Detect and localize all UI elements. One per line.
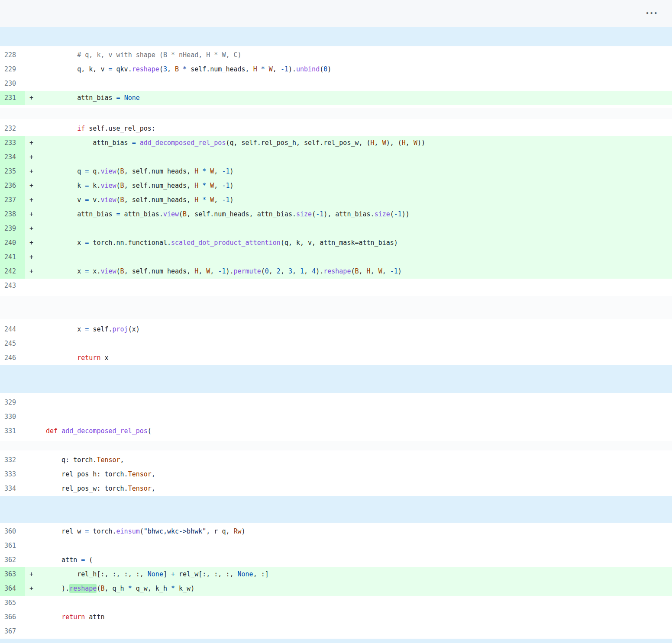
code-token: H: [194, 267, 198, 275]
code-token: -1: [222, 196, 229, 204]
line-number[interactable]: 245: [0, 337, 25, 351]
line-number[interactable]: 366: [0, 610, 25, 624]
line-number[interactable]: 246: [0, 351, 25, 365]
code-token: 1: [300, 267, 304, 275]
code-token: self.: [89, 325, 112, 333]
diff-row-added: 363+ rel_h[:, :, :, :, None] + rel_w[:, …: [0, 567, 672, 582]
expand-hunk-row[interactable]: [0, 365, 672, 393]
diff-row: 243: [0, 279, 672, 293]
line-number[interactable]: 236: [0, 179, 25, 193]
diff-row-added: 233+ attn_bias = add_decomposed_rel_pos(…: [0, 136, 672, 150]
code-line: rel_h[:, :, :, :, None] + rel_w[:, :, :,…: [46, 567, 672, 582]
code-token: -1: [281, 65, 288, 73]
code-token: x: [100, 354, 108, 362]
line-number[interactable]: 237: [0, 193, 25, 207]
diff-row: 245: [0, 337, 672, 351]
diff-marker: [25, 539, 46, 553]
line-number[interactable]: 331: [0, 424, 25, 438]
code-line: q, k, v = qkv.reshape(3, B * self.num_he…: [46, 62, 672, 77]
code-token: (: [261, 267, 265, 275]
diff-marker: [25, 77, 46, 91]
code-token: , self.num_heads, attn_bias.: [187, 210, 296, 218]
code-token: 0: [323, 65, 327, 73]
diff-row-added: 238+ attn_bias = attn_bias.view(B, self.…: [0, 207, 672, 222]
diff-row: 334 rel_pos_w: torch.Tensor,: [0, 482, 672, 496]
code-token: H: [402, 139, 406, 147]
code-token: (: [116, 267, 120, 275]
code-token: scaled_dot_product_attention: [171, 239, 281, 247]
diff-row-added: 234+: [0, 150, 672, 164]
code-token: None: [238, 570, 253, 578]
line-number[interactable]: 334: [0, 482, 25, 496]
collapsed-lines-spacer: [0, 441, 672, 450]
code-token: ).: [226, 267, 233, 275]
line-number[interactable]: 240: [0, 236, 25, 250]
code-token: ,: [406, 139, 414, 147]
code-token: =: [116, 94, 120, 102]
line-number[interactable]: 229: [0, 62, 25, 77]
diff-row-added: 236+ k = k.view(B, self.num_heads, H * W…: [0, 179, 672, 193]
line-number[interactable]: 330: [0, 410, 25, 424]
code-token: ): [242, 527, 246, 535]
line-number[interactable]: 230: [0, 77, 25, 91]
line-number[interactable]: 239: [0, 222, 25, 236]
code-token: ): [229, 196, 233, 204]
expand-hunk-row[interactable]: [0, 639, 672, 643]
diff-row-added: 240+ x = torch.nn.functional.scaled_dot_…: [0, 236, 672, 250]
code-line: q: torch.Tensor,: [46, 453, 672, 467]
line-number[interactable]: 333: [0, 467, 25, 482]
line-number[interactable]: 365: [0, 596, 25, 610]
line-number[interactable]: 243: [0, 279, 25, 293]
line-number[interactable]: 363: [0, 567, 25, 582]
code-token: ), (: [386, 139, 402, 147]
code-line: # q, k, v with shape (B * nHead, H * W, …: [46, 48, 672, 62]
code-token: (q, self.rel_pos_h, self.rel_pos_w, (: [226, 139, 370, 147]
code-line: [46, 410, 672, 424]
line-number[interactable]: 360: [0, 524, 25, 539]
code-token: W: [210, 182, 214, 190]
line-number[interactable]: 242: [0, 264, 25, 279]
code-token: [198, 196, 202, 204]
code-token: "bhwc,wkc->bhwk": [144, 527, 207, 535]
line-number[interactable]: 362: [0, 553, 25, 567]
code-token: v: [46, 196, 85, 204]
diff-marker: +: [25, 91, 46, 105]
code-token: ,: [269, 267, 277, 275]
code-token: ).: [288, 65, 296, 73]
code-token: rel_pos_w: torch.: [46, 485, 128, 492]
code-token: view: [100, 196, 116, 204]
diff-row-added: 235+ q = q.view(B, self.num_heads, H * W…: [0, 164, 672, 179]
code-line: return attn: [46, 610, 672, 624]
line-number[interactable]: 361: [0, 539, 25, 553]
expand-hunk-row[interactable]: [0, 496, 672, 523]
line-number[interactable]: 332: [0, 453, 25, 467]
line-number[interactable]: 244: [0, 322, 25, 337]
code-token: rel_h[:, :, :, :,: [46, 570, 148, 578]
diff-row: 365: [0, 596, 672, 610]
code-token: =: [85, 527, 89, 535]
line-number[interactable]: 238: [0, 207, 25, 222]
line-number[interactable]: 367: [0, 624, 25, 639]
code-token: q_w, k_h: [132, 585, 171, 592]
code-token: W: [269, 65, 273, 73]
kebab-menu-icon[interactable]: ···: [643, 6, 661, 20]
line-number[interactable]: 241: [0, 250, 25, 264]
line-number[interactable]: 231: [0, 91, 25, 105]
expand-hunk-row[interactable]: [0, 27, 672, 46]
line-number[interactable]: 234: [0, 150, 25, 164]
line-number[interactable]: 235: [0, 164, 25, 179]
diff-marker: [25, 395, 46, 410]
diff-marker: [25, 467, 46, 482]
line-number[interactable]: 232: [0, 122, 25, 136]
line-number[interactable]: 364: [0, 582, 25, 596]
line-number[interactable]: 233: [0, 136, 25, 150]
diff-row-added: 239+: [0, 222, 672, 236]
line-number[interactable]: 329: [0, 395, 25, 410]
diff-row: 229 q, k, v = qkv.reshape(3, B * self.nu…: [0, 62, 672, 77]
code-token: k: [46, 182, 85, 190]
code-token: -1: [394, 210, 402, 218]
code-line: x = self.proj(x): [46, 322, 672, 337]
code-token: W: [206, 267, 210, 275]
code-token: view: [163, 210, 179, 218]
line-number[interactable]: 228: [0, 48, 25, 62]
